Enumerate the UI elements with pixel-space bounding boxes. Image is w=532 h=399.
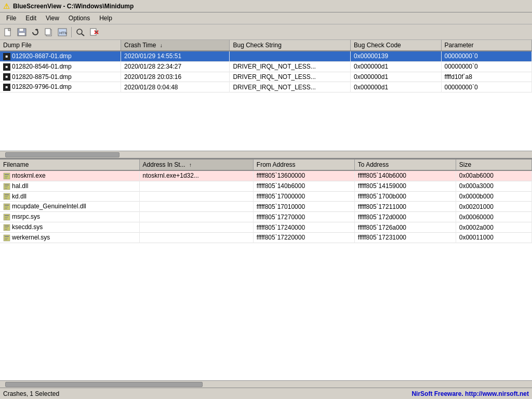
- dump-file-icon: ■: [3, 63, 10, 71]
- svg-rect-7: [45, 29, 50, 35]
- driver-table-row[interactable]: ksecdd.sysfffff805`17240000fffff805`1726…: [0, 222, 532, 233]
- toolbar-copy-button[interactable]: [43, 26, 55, 38]
- driver-file-icon: [3, 203, 10, 210]
- status-right: NirSoft Freeware. http://www.nirsoft.net: [411, 390, 529, 397]
- crash-table-container[interactable]: Dump File Crash Time ↓ Bug Check String …: [0, 40, 532, 151]
- driver-from-address: fffff805`17240000: [253, 222, 354, 233]
- crash-table-row[interactable]: ■012820-8546-01.dmp2020/01/28 22:34:27DR…: [0, 61, 532, 72]
- toolbar-exit-button[interactable]: [88, 26, 100, 38]
- col-header-from-address[interactable]: From Address: [253, 159, 354, 170]
- svg-rect-32: [5, 207, 8, 207]
- driver-address-in-st: [139, 191, 253, 202]
- warning-icon: ⚠: [3, 2, 10, 10]
- lower-pane: Filename Address In St... ↑ From Address…: [0, 159, 532, 388]
- col-header-bug-code[interactable]: Bug Check Code: [351, 40, 441, 51]
- crash-dump-file: ■012820-8546-01.dmp: [0, 61, 121, 72]
- dump-file-icon: ■: [3, 84, 10, 91]
- driver-table-row[interactable]: kd.dllfffff805`17000000fffff805`1700b000…: [0, 191, 532, 202]
- driver-filename: kd.dll: [0, 191, 139, 202]
- svg-line-13: [82, 34, 84, 36]
- svg-rect-23: [5, 184, 9, 185]
- upper-pane: Dump File Crash Time ↓ Bug Check String …: [0, 40, 532, 159]
- svg-rect-35: [5, 215, 9, 216]
- driver-to-address: fffff805`1726a000: [354, 222, 456, 233]
- col-header-size[interactable]: Size: [456, 159, 531, 170]
- crash-parameter: ffffd10f`a8: [441, 72, 531, 82]
- crash-table-row[interactable]: ■012920-8687-01.dmp2020/01/29 14:55:510x…: [0, 51, 532, 61]
- col-header-crash-time[interactable]: Crash Time ↓: [121, 40, 230, 51]
- crash-table-row[interactable]: ■012820-9796-01.dmp2020/01/28 0:04:48DRI…: [0, 82, 532, 92]
- svg-rect-19: [5, 174, 9, 175]
- driver-address-in-st: [139, 181, 253, 191]
- crash-bug-check-code: 0x000000d1: [351, 82, 441, 92]
- driver-from-address: fffff805`13600000: [253, 170, 354, 181]
- toolbar-refresh-button[interactable]: [29, 26, 42, 38]
- driver-address-in-st: ntoskrnl.exe+1d32...: [139, 170, 253, 181]
- driver-address-in-st: [139, 222, 253, 233]
- driver-table-row[interactable]: msrpc.sysfffff805`17270000fffff805`172d0…: [0, 212, 532, 222]
- toolbar-new-button[interactable]: [2, 26, 15, 38]
- col-header-parameter[interactable]: Parameter: [441, 40, 531, 51]
- driver-table-row[interactable]: werkernel.sysfffff805`17220000fffff805`1…: [0, 232, 532, 243]
- crash-crash-time: 2020/01/29 14:55:51: [121, 51, 230, 61]
- svg-rect-43: [5, 236, 9, 237]
- toolbar-find-button[interactable]: [74, 26, 87, 38]
- toolbar-save-button[interactable]: [16, 26, 28, 38]
- driver-file-icon: [3, 193, 10, 200]
- driver-table-row[interactable]: ntoskrnl.exentoskrnl.exe+1d32...fffff805…: [0, 170, 532, 181]
- driver-from-address: fffff805`17010000: [253, 202, 354, 212]
- driver-size: 0x0002a000: [456, 222, 531, 233]
- col-header-to-address[interactable]: To Address: [354, 159, 456, 170]
- lower-scrollbar[interactable]: [0, 380, 532, 388]
- driver-to-address: fffff805`17231000: [354, 232, 456, 243]
- crash-parameter: 00000000`0: [441, 61, 531, 72]
- menu-help[interactable]: Help: [95, 14, 116, 23]
- toolbar-separator: [71, 27, 72, 37]
- driver-filename: ksecdd.sys: [0, 222, 139, 233]
- driver-address-in-st: [139, 202, 253, 212]
- crash-bug-check-code: 0x000000d1: [351, 72, 441, 82]
- svg-rect-39: [5, 225, 9, 227]
- crash-bug-check-string: DRIVER_IRQL_NOT_LESS...: [230, 82, 351, 92]
- driver-size: 0x00011000: [456, 232, 531, 243]
- sort-arrow-address: ↑: [189, 162, 192, 168]
- menu-bar: File Edit View Options Help: [0, 12, 532, 24]
- svg-rect-14: [90, 29, 96, 35]
- driver-table: Filename Address In St... ↑ From Address…: [0, 159, 532, 243]
- svg-rect-37: [5, 219, 7, 219]
- driver-to-address: fffff805`1700b000: [354, 191, 456, 202]
- crash-table-row[interactable]: ■012820-8875-01.dmp2020/01/28 20:03:16DR…: [0, 72, 532, 82]
- driver-table-container[interactable]: Filename Address In St... ↑ From Address…: [0, 159, 532, 380]
- driver-from-address: fffff805`17220000: [253, 232, 354, 243]
- status-bar: Crashes, 1 Selected NirSoft Freeware. ht…: [0, 388, 532, 399]
- driver-table-row[interactable]: hal.dllfffff805`140b6000fffff805`1415900…: [0, 181, 532, 191]
- svg-rect-28: [5, 196, 8, 197]
- driver-file-icon: [3, 214, 10, 221]
- driver-size: 0x00060000: [456, 212, 531, 222]
- driver-file-icon: [3, 224, 10, 231]
- col-header-dump-file[interactable]: Dump File: [0, 40, 121, 51]
- menu-file[interactable]: File: [2, 14, 20, 23]
- driver-size: 0x00201000: [456, 202, 531, 212]
- col-header-filename[interactable]: Filename: [0, 159, 139, 170]
- menu-view[interactable]: View: [42, 14, 63, 23]
- lower-scroll-thumb[interactable]: [5, 382, 203, 387]
- crash-crash-time: 2020/01/28 22:34:27: [121, 61, 230, 72]
- dump-file-icon: ■: [3, 73, 10, 81]
- toolbar-html-button[interactable]: HTM: [56, 26, 69, 38]
- driver-file-icon: [3, 172, 10, 180]
- menu-options[interactable]: Options: [64, 14, 94, 23]
- crash-parameter: 00000000`0: [441, 82, 531, 92]
- menu-edit[interactable]: Edit: [21, 14, 41, 23]
- svg-rect-21: [5, 178, 7, 178]
- upper-scrollbar[interactable]: [0, 151, 532, 158]
- driver-address-in-st: [139, 232, 253, 243]
- svg-rect-44: [5, 238, 8, 238]
- col-header-bug-string[interactable]: Bug Check String: [230, 40, 351, 51]
- svg-rect-40: [5, 228, 8, 228]
- col-header-address-in-st[interactable]: Address In St... ↑: [139, 159, 253, 170]
- upper-scroll-thumb[interactable]: [5, 152, 119, 157]
- driver-table-row[interactable]: mcupdate_GenuineIntel.dllfffff805`170100…: [0, 202, 532, 212]
- crash-bug-check-code: 0x000000d1: [351, 61, 441, 72]
- crash-bug-check-string: DRIVER_IRQL_NOT_LESS...: [230, 72, 351, 82]
